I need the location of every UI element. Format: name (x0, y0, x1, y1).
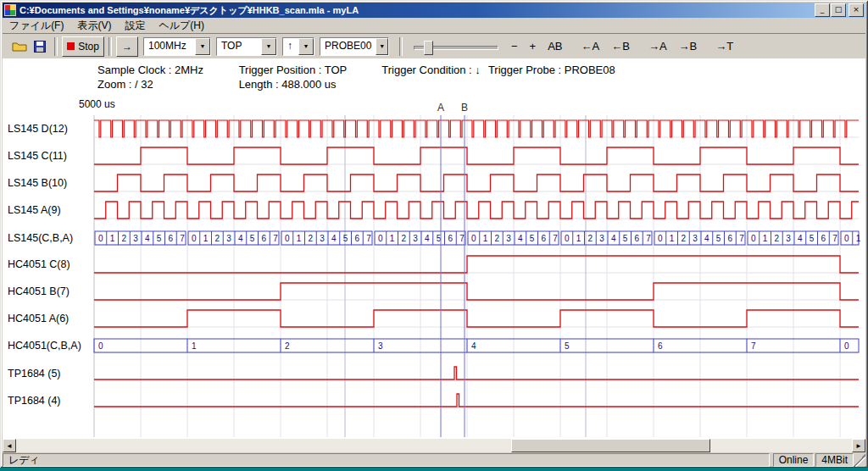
dropdown-arrow-icon[interactable]: ▼ (195, 38, 210, 55)
length-info: Length : 488.000 us (239, 78, 379, 91)
bus-value: 7 (751, 341, 756, 351)
bus-value: 3 (226, 234, 231, 243)
bus-value: 7 (459, 234, 465, 243)
zoom-in-button[interactable]: + (524, 37, 542, 55)
info-line-1: Sample Clock : 2MHz Trigger Position : T… (97, 64, 615, 76)
flat-wave (94, 394, 859, 407)
client-area: Sample Clock : 2MHz Trigger Position : T… (3, 58, 865, 439)
resize-grip[interactable] (854, 453, 865, 467)
maximize-button[interactable]: □ (831, 3, 846, 17)
minimize-button[interactable]: _ (815, 3, 830, 17)
bus-value: 6 (355, 234, 360, 243)
bus-value: 3 (786, 234, 791, 243)
ab-range-button[interactable]: AB (542, 37, 568, 55)
toolbar-separator (54, 37, 58, 56)
sample-clock-value: 100MHz (144, 38, 195, 55)
bus-value: 2 (588, 234, 593, 243)
bus-value: 5 (343, 234, 348, 243)
bus-value: 6 (658, 341, 663, 351)
scroll-left-icon[interactable]: ◄ (3, 439, 16, 452)
bus-value: 3 (506, 234, 511, 243)
bus-value: 6 (728, 234, 733, 243)
bus-value: 4 (425, 234, 430, 243)
trigger-condition-info: Trigger Condition : ↓ (381, 64, 485, 76)
bus-value: 4 (145, 234, 150, 243)
trigger-edge-select[interactable]: ↑ ▼ (282, 37, 314, 56)
bus-value: 7 (180, 234, 185, 243)
horizontal-scrollbar[interactable]: ◄ ► (3, 439, 865, 452)
menu-file[interactable]: ファイル(F) (3, 17, 70, 35)
bus-value: 6 (169, 234, 174, 243)
menu-settings[interactable]: 設定 (118, 17, 152, 35)
signal-wave (94, 147, 859, 164)
bus-value: 3 (133, 234, 138, 243)
channel-label: TP1684 (5) (8, 368, 61, 380)
signal-wave (94, 202, 859, 219)
status-ready: レディ (3, 453, 770, 467)
bus-value: 0 (565, 234, 570, 243)
scrollbar-thumb[interactable] (511, 439, 710, 452)
close-button[interactable]: × (849, 3, 864, 17)
bus-value: 7 (366, 234, 371, 243)
dropdown-arrow-icon[interactable]: ▼ (376, 38, 388, 55)
channel-label: LS145(C,B,A) (8, 232, 73, 244)
bus-value: 1 (483, 234, 488, 243)
scroll-right-icon[interactable]: ► (852, 439, 865, 452)
trigger-probe-value: PROBE00 (320, 38, 376, 55)
folder-open-icon (12, 41, 27, 52)
bus-value: 5 (250, 234, 255, 243)
sample-clock-info: Sample Clock : 2MHz (97, 64, 236, 76)
run-button[interactable]: → (116, 36, 138, 57)
bus-value: 5 (565, 341, 570, 351)
bus-value: 0 (844, 341, 849, 351)
channel-label: HC4051 C(8) (8, 258, 70, 270)
zoom-out-button[interactable]: − (505, 37, 524, 55)
waveform-plot[interactable]: 5000 usLS145 D(12)LS145 C(11)LS145 B(10)… (3, 96, 865, 439)
bus-value: 1 (390, 234, 395, 243)
goto-marker-b-left-button[interactable]: ←B (605, 37, 636, 55)
trigger-position-select[interactable]: TOP ▼ (216, 37, 277, 56)
goto-marker-a-right-button[interactable]: →A (643, 37, 673, 55)
bus-value: 5 (810, 234, 815, 243)
bus-value: 4 (611, 234, 616, 243)
bus-value: 2 (495, 234, 500, 243)
bus-value: 4 (704, 234, 709, 243)
sample-clock-select[interactable]: 100MHz ▼ (143, 37, 211, 56)
bus-value: 3 (693, 234, 698, 243)
goto-trigger-button[interactable]: →T (709, 37, 739, 55)
dropdown-arrow-icon[interactable]: ▼ (298, 38, 314, 55)
save-file-button[interactable] (30, 37, 50, 56)
bus-value: 5 (530, 234, 535, 243)
stop-button[interactable]: Stop (62, 36, 104, 57)
zoom-slider-thumb[interactable] (424, 41, 433, 55)
dropdown-arrow-icon[interactable]: ▼ (261, 38, 276, 55)
menu-help[interactable]: ヘルプ(H) (152, 17, 211, 35)
channel-label: HC4051 A(6) (8, 313, 69, 324)
bus-value: 1 (203, 234, 209, 243)
goto-marker-a-left-button[interactable]: ←A (576, 37, 606, 55)
toolbar-separator (108, 37, 112, 56)
menu-view[interactable]: 表示(V) (70, 17, 118, 35)
bus-value: 7 (553, 234, 558, 243)
bus-value: 2 (682, 234, 687, 243)
timebase-label: 5000 us (79, 98, 115, 110)
channel-label: HC4051(C,B,A) (8, 340, 81, 352)
trigger-probe-select[interactable]: PROBE00 ▼ (320, 37, 389, 56)
trigger-edge-value: ↑ (283, 38, 298, 55)
goto-marker-b-right-button[interactable]: →B (673, 37, 704, 55)
bus-value: 2 (309, 234, 314, 243)
open-file-button[interactable] (9, 37, 30, 56)
channel-label: LS145 C(11) (8, 150, 67, 162)
app-window: C:¥Documents and Settings¥noname¥デスクトップ¥… (0, 0, 868, 468)
zoom-slider[interactable] (414, 39, 498, 54)
bus-value: 7 (739, 234, 744, 243)
bus-value: 6 (635, 234, 640, 243)
info-line-2: Zoom : / 32 Length : 488.000 us (97, 78, 379, 91)
trigger-probe-info: Trigger Probe : PROBE08 (488, 64, 615, 76)
bus-box (94, 339, 859, 352)
zoom-info: Zoom : / 32 (97, 78, 236, 91)
app-icon (4, 4, 16, 16)
bus-value: 4 (798, 234, 803, 243)
signal-wave (94, 310, 859, 327)
bus-value: 2 (775, 234, 780, 243)
